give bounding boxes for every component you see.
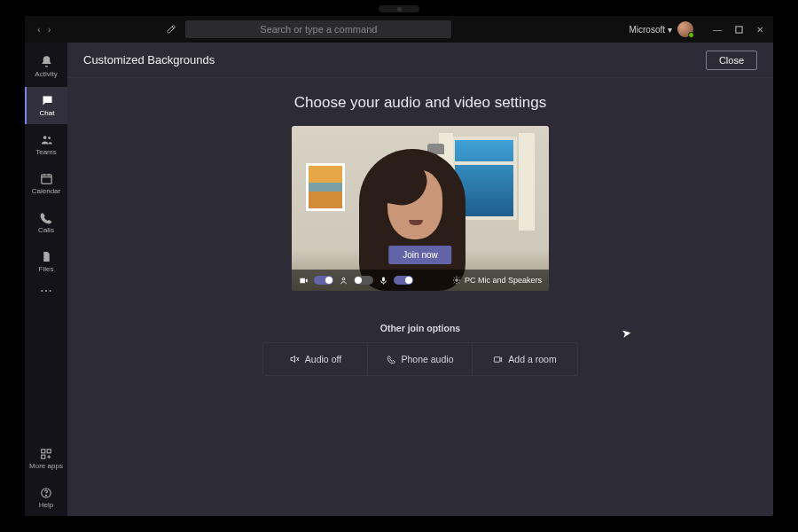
phone-icon [387, 355, 396, 364]
help-icon [40, 487, 52, 499]
ellipsis-icon: ⋯ [40, 285, 52, 297]
titlebar: ‹ › Search or type a command Microsoft ▾… [25, 16, 773, 43]
tablet-frame: ‹ › Search or type a command Microsoft ▾… [0, 0, 798, 532]
rail-files[interactable]: Files [25, 243, 67, 280]
mic-icon [379, 276, 388, 286]
rail-label: Calls [38, 226, 54, 234]
tenant-switcher[interactable]: Microsoft ▾ [629, 25, 672, 35]
svg-rect-6 [42, 455, 45, 458]
svg-point-2 [48, 137, 51, 139]
svg-rect-0 [735, 26, 741, 32]
app-window: ‹ › Search or type a command Microsoft ▾… [25, 16, 773, 516]
blur-icon [339, 276, 348, 286]
teams-icon [40, 133, 53, 146]
audio-off-icon [289, 354, 300, 364]
audio-off-button[interactable]: Audio off [263, 343, 368, 375]
preview-controls: PC Mic and Speakers [292, 270, 549, 291]
rail-activity[interactable]: Activity [25, 48, 67, 85]
svg-rect-12 [495, 356, 500, 362]
nav-forward-icon[interactable]: › [48, 24, 51, 35]
device-label-text: PC Mic and Speakers [465, 276, 542, 285]
add-room-icon [493, 355, 503, 364]
chat-icon [41, 94, 54, 107]
bell-icon [40, 55, 53, 68]
rail-teams[interactable]: Teams [25, 126, 67, 163]
rail-label: Activity [35, 70, 57, 78]
option-label: Audio off [305, 354, 341, 364]
background-blur-toggle[interactable] [354, 276, 373, 285]
main-panel: Customized Backgrounds Close Choose your… [67, 43, 773, 516]
profile-avatar[interactable] [677, 21, 693, 37]
camera-icon [299, 276, 309, 286]
maximize-button[interactable] [732, 23, 745, 35]
rail-chat[interactable]: Chat [25, 87, 67, 124]
camera-toggle[interactable] [314, 276, 333, 285]
prejoin-content: Choose your audio and video settings Joi… [67, 78, 773, 516]
rail-help[interactable]: Help [25, 479, 67, 516]
option-label: Phone audio [402, 354, 454, 364]
chevron-down-icon: ▾ [668, 25, 672, 35]
other-options-row: Audio off Phone audio Add [262, 342, 578, 376]
close-window-button[interactable]: ✕ [754, 23, 766, 35]
svg-rect-4 [42, 449, 45, 452]
svg-rect-5 [47, 449, 51, 452]
rail-calls[interactable]: Calls [25, 204, 67, 241]
rail-label: Chat [40, 109, 55, 117]
option-label: Add a room [508, 354, 556, 364]
rail-label: Calendar [32, 187, 60, 195]
presence-badge [688, 32, 694, 38]
search-input[interactable]: Search or type a command [185, 20, 451, 38]
calendar-icon [40, 172, 53, 185]
rail-more-apps[interactable]: More apps [25, 440, 67, 477]
files-icon [41, 250, 52, 263]
mic-toggle[interactable] [394, 276, 413, 285]
tablet-camera [379, 5, 419, 12]
phone-icon [40, 212, 52, 224]
svg-point-8 [46, 495, 47, 496]
apps-icon [40, 448, 52, 460]
prejoin-heading: Choose your audio and video settings [294, 94, 546, 112]
gear-icon [452, 276, 461, 285]
svg-point-9 [342, 278, 345, 280]
svg-point-1 [43, 136, 46, 139]
search-placeholder: Search or type a command [260, 24, 377, 35]
other-options-label: Other join options [380, 323, 460, 333]
add-room-button[interactable]: Add a room [473, 343, 577, 375]
nav-back-icon[interactable]: ‹ [37, 24, 41, 35]
close-button[interactable]: Close [706, 51, 757, 70]
rail-label: Files [39, 265, 54, 273]
rail-calendar[interactable]: Calendar [25, 165, 67, 202]
svg-rect-10 [382, 277, 385, 281]
video-preview: Join now [292, 126, 549, 291]
tenant-label: Microsoft [629, 25, 665, 35]
svg-rect-3 [41, 175, 51, 184]
rail-label: Teams [35, 148, 57, 156]
rail-label: More apps [29, 462, 63, 470]
mouse-cursor: ➤ [621, 325, 632, 340]
svg-point-11 [456, 279, 458, 282]
join-now-button[interactable]: Join now [388, 246, 451, 264]
rail-more[interactable]: ⋯ [25, 282, 67, 300]
app-rail: Activity Chat Teams [25, 43, 67, 516]
panel-header: Customized Backgrounds Close [67, 43, 773, 78]
new-chat-icon[interactable] [166, 24, 176, 35]
panel-title: Customized Backgrounds [83, 53, 215, 66]
device-settings-button[interactable]: PC Mic and Speakers [452, 276, 542, 285]
phone-audio-button[interactable]: Phone audio [368, 343, 473, 375]
minimize-button[interactable]: — [711, 23, 724, 35]
rail-label: Help [39, 501, 53, 509]
